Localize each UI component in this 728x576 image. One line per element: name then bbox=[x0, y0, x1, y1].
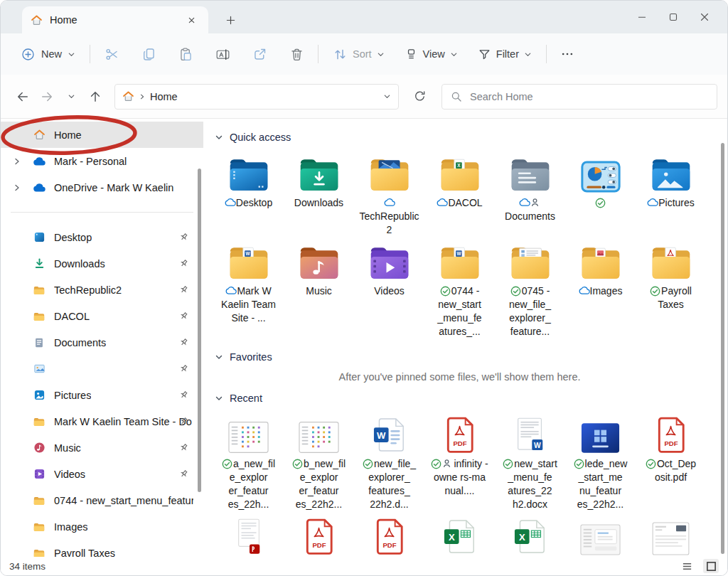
file-item-new-start-menu-fe-atures-22-h2[interactable]: Wnew_start _menu_fe atures_22 h2.docx bbox=[495, 412, 565, 511]
sidebar-item-downloads[interactable]: Downloads bbox=[1, 250, 203, 277]
pin-icon[interactable] bbox=[179, 311, 189, 321]
sidebar-item-pictures[interactable]: Pictures bbox=[1, 382, 203, 408]
file-item-videos[interactable]: Videos bbox=[354, 240, 424, 338]
rename-button[interactable] bbox=[210, 41, 235, 67]
search-box[interactable] bbox=[441, 84, 717, 110]
sidebar-item-mark-personal[interactable]: Mark - Personal bbox=[1, 148, 203, 174]
file-item-2022-da-col-payr[interactable]: X2022_DA COL_Payr bbox=[424, 514, 495, 557]
sidebar-scrollbar[interactable] bbox=[198, 169, 201, 492]
pin-icon[interactable] bbox=[179, 443, 189, 453]
file-item-b-new-fil-e-explor-er-featur-e[interactable]: b_new_fil e_explor er_featur es_22h2... bbox=[284, 412, 354, 511]
file-item-may-dep-osit-pdf[interactable]: May_Dep osit.pdf bbox=[213, 514, 284, 557]
file-item-lede-new-start-me-nu-featur-es[interactable]: lede_new _start_me nu_featur es_22h2... bbox=[565, 412, 636, 511]
sidebar-item-techrepublic2[interactable]: TechRepublic2 bbox=[1, 277, 203, 303]
sidebar-item-videos[interactable]: Videos bbox=[1, 461, 203, 487]
chevron-down-icon bbox=[450, 50, 458, 58]
refresh-button[interactable] bbox=[407, 85, 432, 109]
pin-icon[interactable] bbox=[179, 469, 189, 479]
share-button[interactable] bbox=[247, 41, 272, 67]
file-item-documents[interactable]: Documents bbox=[495, 151, 565, 237]
file-item-techrepublic2[interactable]: TechRepublic2 bbox=[354, 151, 424, 237]
check-badge-icon bbox=[222, 459, 232, 469]
pin-icon[interactable] bbox=[179, 259, 189, 269]
forward-button[interactable] bbox=[35, 85, 59, 109]
file-item-10-ky-w-h-k-1-pd[interactable]: PDF10_KY_W H_K-1.pd bbox=[354, 514, 424, 557]
section-header-quick-access[interactable]: Quick access bbox=[215, 132, 727, 143]
file-item-a-new-fil-e-explor-er-featur-e[interactable]: a_new_fil e_explor er_featur es_22h... bbox=[213, 412, 284, 511]
folder-photo-icon bbox=[369, 151, 410, 193]
sidebar-item-music[interactable]: Music bbox=[1, 434, 203, 461]
cut-button[interactable] bbox=[99, 41, 124, 67]
sidebar-item-documents[interactable]: Documents bbox=[1, 329, 203, 356]
paste-button[interactable] bbox=[173, 41, 198, 67]
search-input[interactable] bbox=[469, 90, 708, 103]
pin-icon[interactable] bbox=[179, 364, 189, 374]
pin-icon[interactable] bbox=[179, 338, 189, 348]
file-item-0745-new-file-explorer-feature[interactable]: 0745 - new_file_ explorer_ feature... bbox=[495, 240, 565, 338]
file-item-unnamed[interactable] bbox=[565, 151, 636, 237]
sidebar-item-home[interactable]: Home bbox=[1, 122, 203, 148]
file-item-pictures[interactable]: Pictures bbox=[636, 151, 706, 237]
item-label: Downloads bbox=[294, 196, 343, 210]
folder-music-icon bbox=[299, 240, 340, 281]
toolbar-divider bbox=[318, 45, 318, 63]
maximize-button[interactable] bbox=[658, 6, 689, 28]
sort-dropdown[interactable]: Sort bbox=[327, 43, 390, 66]
file-item-payroll-taxes[interactable]: Payroll Taxes bbox=[636, 240, 706, 338]
copy-button[interactable] bbox=[136, 41, 161, 67]
file-item-infinity-owne-rs-ma-nual[interactable]: PDFinfinity -owne rs-ma nual.... bbox=[424, 412, 495, 511]
pin-icon[interactable] bbox=[179, 233, 189, 242]
address-dropdown-icon[interactable] bbox=[383, 92, 391, 100]
sidebar-item-payroll-taxes[interactable]: Payroll Taxes bbox=[1, 540, 203, 557]
file-item-oct-dep-osit-pdf[interactable]: PDFOct_Dep osit.pdf bbox=[636, 412, 706, 511]
up-button[interactable] bbox=[83, 85, 107, 109]
address-bar[interactable]: Home bbox=[114, 84, 399, 110]
tab-close-icon[interactable] bbox=[183, 11, 200, 28]
chevron-right-icon[interactable] bbox=[12, 183, 22, 193]
file-item-0744-new-start-menu-fe-atures[interactable]: W 0744 - new_start _menu_fe atures_... bbox=[424, 240, 495, 338]
delete-button[interactable] bbox=[284, 41, 309, 67]
new-tab-button[interactable] bbox=[220, 9, 241, 31]
content-scrollbar[interactable] bbox=[721, 143, 724, 554]
filter-dropdown[interactable]: Filter bbox=[472, 43, 537, 66]
folder-pictures-icon bbox=[651, 151, 692, 193]
file-item-mark-w-kaelin-team-site[interactable]: W Mark W Kaelin Team Site - ... bbox=[213, 240, 284, 338]
pin-icon[interactable] bbox=[179, 390, 189, 400]
file-item-10-ky-sa-lestax-pd[interactable]: PDF10_KY_Sa lesTax.pd bbox=[284, 514, 354, 557]
file-item-images[interactable]: Images bbox=[565, 240, 636, 338]
cloud-badge-icon bbox=[384, 198, 395, 208]
breadcrumb[interactable]: Home bbox=[150, 91, 178, 102]
sidebar-item-desktop[interactable]: Desktop bbox=[1, 224, 203, 250]
screenshot-thumbnail-icon bbox=[299, 412, 339, 454]
file-item-new-file-explorer-features-22h[interactable]: Wnew_file_ explorer_ features_ 22h2.d... bbox=[354, 412, 424, 511]
view-dropdown[interactable]: View bbox=[399, 43, 464, 66]
sidebar-item-mark-w-kaelin-team-site-do[interactable]: Mark W Kaelin Team Site - Do bbox=[1, 408, 203, 434]
file-item-downloads[interactable]: Downloads bbox=[284, 151, 354, 237]
new-button[interactable]: New bbox=[15, 43, 81, 66]
file-item-desktop[interactable]: Desktop bbox=[213, 151, 284, 237]
see-more-button[interactable] bbox=[555, 42, 579, 66]
file-item-r-window-s-powert[interactable]: r_window s_powert bbox=[636, 514, 706, 557]
sidebar-item-0744-new-start-menu-features-2[interactable]: 0744 - new_start_menu_features_2 bbox=[1, 487, 203, 513]
sidebar-item-unnamed[interactable] bbox=[1, 356, 203, 382]
minimize-button[interactable] bbox=[626, 6, 658, 28]
section-header-favorites[interactable]: Favorites bbox=[215, 351, 727, 363]
close-button[interactable] bbox=[689, 6, 720, 28]
check-badge-icon bbox=[595, 198, 606, 208]
recent-locations-button[interactable] bbox=[59, 85, 83, 109]
sidebar-item-dacol[interactable]: DACOL bbox=[1, 303, 203, 329]
chevron-right-icon[interactable] bbox=[12, 156, 22, 166]
file-item-music[interactable]: Music bbox=[284, 240, 354, 338]
sidebar-item-onedrive-mark-w-kaelin[interactable]: OneDrive - Mark W Kaelin bbox=[1, 174, 203, 201]
section-header-recent[interactable]: Recent bbox=[215, 393, 727, 404]
details-view-button[interactable] bbox=[679, 559, 695, 573]
pin-icon[interactable] bbox=[179, 285, 189, 295]
file-item-dacol[interactable]: X DACOL bbox=[424, 151, 495, 237]
back-button[interactable] bbox=[11, 85, 35, 109]
tab-home[interactable]: Home bbox=[22, 6, 208, 33]
sidebar-item-images[interactable]: Images bbox=[1, 513, 203, 540]
file-item-oct-4th-qtr-dac[interactable]: XOct_4th_ QTR_DAC bbox=[495, 514, 565, 557]
file-item-s-windo-ws-powe[interactable]: s_windo ws_powe bbox=[565, 514, 636, 557]
pin-icon[interactable] bbox=[179, 417, 189, 427]
icons-view-button[interactable] bbox=[703, 559, 719, 573]
